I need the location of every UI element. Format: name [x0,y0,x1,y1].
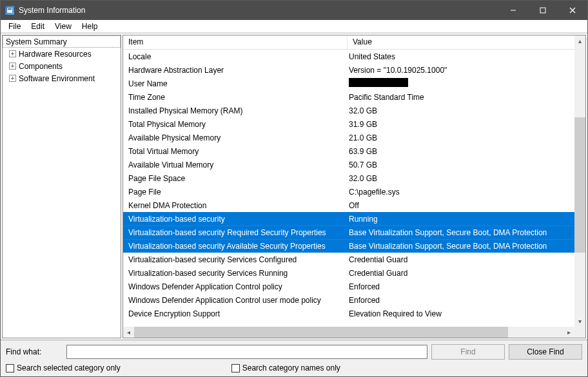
hscroll-thumb[interactable] [134,327,508,338]
cell-item: Virtualization-based security Available … [123,242,348,251]
table-row[interactable]: Total Physical Memory31.9 GB [123,117,574,131]
table-row[interactable]: Available Physical Memory21.0 GB [123,131,574,144]
table-row[interactable]: Page FileC:\pagefile.sys [123,185,574,198]
cell-value: 63.9 GB [348,147,574,156]
table-row[interactable]: Available Virtual Memory50.7 GB [123,158,574,171]
cell-value: Base Virtualization Support, Secure Boot… [348,228,574,237]
vscroll-thumb[interactable] [574,117,585,253]
cell-value: Pacific Standard Time [348,93,574,102]
cell-item: Page File Space [123,174,348,183]
cell-value [348,78,574,89]
column-value[interactable]: Value [348,35,585,49]
cell-item: Windows Defender Application Control pol… [123,282,348,291]
table-row[interactable]: Virtualization-based securityRunning [123,212,574,226]
column-item[interactable]: Item [123,35,348,49]
find-input[interactable] [66,345,427,359]
check-category-names[interactable]: Search category names only [231,363,340,372]
cell-value: Version = "10.0.19025.1000" [348,66,574,75]
hscroll-track[interactable] [134,327,564,338]
table-row[interactable]: Virtualization-based security Services C… [123,253,574,266]
table-row[interactable]: Virtualization-based security Available … [123,239,574,253]
horizontal-scrollbar[interactable]: ◂ ▸ [123,327,574,338]
checkbox-icon[interactable] [6,364,14,372]
table-row[interactable]: Hardware Abstraction LayerVersion = "10.… [123,63,574,77]
tree-child-label: Software Environment [19,74,95,83]
cell-item: Total Physical Memory [123,120,348,129]
scroll-down-icon[interactable]: ▾ [574,316,585,327]
window: System Information File Edit View Help S… [0,0,588,377]
maximize-button[interactable] [528,1,558,20]
scroll-up-icon[interactable]: ▴ [574,35,585,46]
tree-child[interactable]: +Components [3,60,121,72]
cell-item: Windows Defender Application Control use… [123,296,348,305]
table-row[interactable]: Virtualization-based security Required S… [123,226,574,239]
table-row[interactable]: Kernel DMA ProtectionOff [123,198,574,212]
cell-value: Base Virtualization Support, Secure Boot… [348,242,574,251]
cell-item: Page File [123,188,348,197]
check-selected-category[interactable]: Search selected category only [6,363,121,372]
cell-value: 32.0 GB [348,106,574,115]
table-row[interactable]: Windows Defender Application Control pol… [123,280,574,293]
cell-item: Kernel DMA Protection [123,201,348,210]
cell-value: Enforced [348,296,574,305]
table-row[interactable]: LocaleUnited States [123,50,574,63]
table-row[interactable]: Windows Defender Application Control use… [123,293,574,307]
vertical-scrollbar[interactable]: ▴ ▾ [574,35,585,327]
menu-edit[interactable]: Edit [26,21,50,32]
cell-item: Virtualization-based security [123,215,348,224]
scroll-corner [574,327,585,338]
table-row[interactable]: Installed Physical Memory (RAM)32.0 GB [123,104,574,117]
check1-label: Search selected category only [17,363,121,372]
expand-icon[interactable]: + [9,50,16,57]
expand-icon[interactable]: + [9,75,16,82]
redacted-value [349,78,408,87]
cell-value: Credential Guard [348,255,574,264]
list-body[interactable]: LocaleUnited StatesHardware Abstraction … [123,50,574,327]
table-row[interactable]: Virtualization-based security Services R… [123,266,574,280]
find-button[interactable]: Find [431,344,505,360]
cell-item: Virtualization-based security Services C… [123,255,348,264]
category-tree[interactable]: System Summary +Hardware Resources+Compo… [2,35,121,338]
cell-item: Total Virtual Memory [123,147,348,156]
expand-icon[interactable]: + [9,63,16,70]
check2-label: Search category names only [242,363,340,372]
menu-file[interactable]: File [3,21,26,32]
find-panel: Find what: Find Close Find Search select… [1,340,587,376]
table-row[interactable]: Time ZonePacific Standard Time [123,90,574,104]
cell-item: Time Zone [123,93,348,102]
tree-child-label: Hardware Resources [19,50,92,59]
scroll-left-icon[interactable]: ◂ [123,327,134,338]
cell-value: C:\pagefile.sys [348,188,574,197]
close-button[interactable] [558,1,587,20]
cell-value: United States [348,52,574,61]
cell-item: Available Virtual Memory [123,160,348,169]
svg-rect-3 [540,8,545,13]
cell-item: Installed Physical Memory (RAM) [123,106,348,115]
app-icon [5,5,15,15]
menu-help[interactable]: Help [77,21,103,32]
find-options-row: Search selected category only Search cat… [6,363,582,372]
close-find-button[interactable]: Close Find [509,344,582,360]
menu-view[interactable]: View [50,21,77,32]
tree-child-label: Components [19,62,63,71]
find-row: Find what: Find Close Find [6,344,582,360]
cell-value: Credential Guard [348,269,574,278]
details-list: Item Value LocaleUnited StatesHardware A… [122,35,586,338]
vscroll-track[interactable] [574,46,585,316]
table-row[interactable]: Device Encryption SupportElevation Requi… [123,307,574,320]
minimize-button[interactable] [498,1,528,20]
cell-value: Off [348,201,574,210]
cell-value: Enforced [348,282,574,291]
scroll-right-icon[interactable]: ▸ [564,327,574,338]
checkbox-icon[interactable] [231,364,240,372]
cell-item: User Name [123,79,348,88]
list-header: Item Value [123,35,585,50]
tree-child[interactable]: +Software Environment [3,72,121,84]
cell-value: 31.9 GB [348,120,574,129]
tree-child[interactable]: +Hardware Resources [3,48,121,60]
titlebar[interactable]: System Information [1,1,587,20]
table-row[interactable]: Total Virtual Memory63.9 GB [123,144,574,158]
table-row[interactable]: Page File Space32.0 GB [123,171,574,185]
table-row[interactable]: User Name [123,77,574,90]
tree-root[interactable]: System Summary [3,35,121,48]
